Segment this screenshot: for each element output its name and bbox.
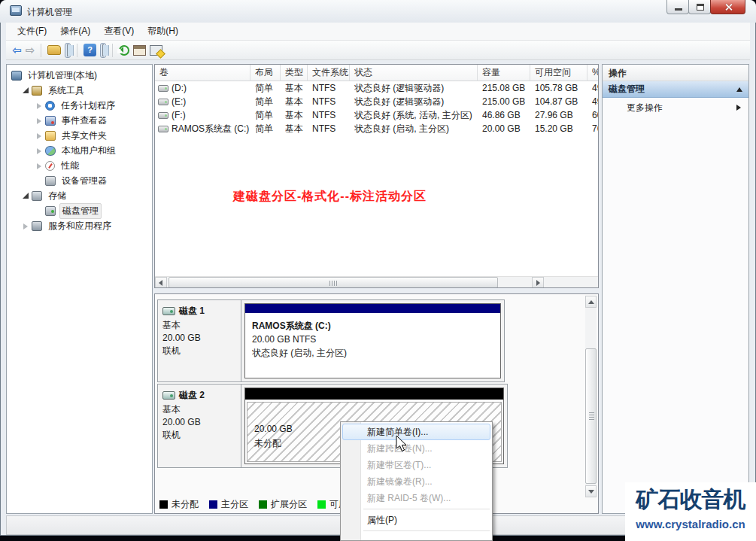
tree-item-disk-management[interactable]: 磁盘管理 [7,203,152,218]
disk-1-label[interactable]: 磁盘 1 基本 20.00 GB 联机 [158,300,241,381]
volume-capacity: 215.00 GB [478,96,530,107]
more-actions-item[interactable]: 更多操作 [603,98,748,117]
tree-item-system-tools[interactable]: 系统工具 [7,83,152,98]
window-controls [667,0,745,14]
tree-item-shared-folders[interactable]: 共享文件夹 [7,128,152,143]
tree-item-performance[interactable]: 性能 [7,158,152,173]
volume-fs: NTFS [308,83,350,93]
scroll-left-button[interactable] [155,277,167,288]
table-row[interactable]: (F:) 简单 基本 NTFS 状态良好 (系统, 活动, 主分区) 46.86… [155,108,598,122]
collapsed-arrow-icon[interactable] [35,162,44,170]
context-menu: 新建简单卷(I)... 新建跨区卷(N)... 新建带区卷(T)... 新建镜像… [340,421,493,541]
menu-item-properties[interactable]: 属性(P) [342,512,490,528]
forward-icon[interactable]: ⇨ [26,44,35,56]
collapsed-arrow-icon[interactable] [35,147,44,155]
tree-item-storage[interactable]: 存储 [7,188,152,203]
expanded-arrow-icon[interactable] [22,192,30,200]
show-console-tree-button[interactable] [65,43,71,58]
volume-free: 105.78 GB [530,83,587,93]
toolbar-separator [112,44,113,57]
disk-1-row[interactable]: 磁盘 1 基本 20.00 GB 联机 RAMOS系统盘 (C:) 20.00 … [157,299,505,382]
tree-item-computer-management[interactable]: 计算机管理(本地) [7,68,152,83]
menu-file[interactable]: 文件(F) [11,23,53,40]
help-icon[interactable]: ? [83,44,96,56]
partition-detail: 20.00 GB NTFS [252,333,500,346]
table-row[interactable]: (D:) 简单 基本 NTFS 状态良好 (逻辑驱动器) 215.08 GB 1… [155,81,598,95]
title-bar[interactable]: 计算机管理 [0,0,756,23]
scroll-up-button[interactable] [585,296,597,308]
table-row[interactable]: RAMOS系统盘 (C:) 简单 基本 NTFS 状态良好 (启动, 主分区) … [155,122,598,135]
more-actions-label: 更多操作 [627,102,663,114]
watermark: 矿石收音机 www.crystalradio.cn [625,482,756,541]
volume-free: 104.87 GB [530,96,587,107]
scroll-down-button[interactable] [585,485,597,497]
actions-section-disk-management[interactable]: 磁盘管理 [603,81,748,98]
expanded-arrow-icon[interactable] [22,87,30,95]
export-list-icon[interactable] [150,45,162,56]
tree-item-task-scheduler[interactable]: 任务计划程序 [7,98,152,113]
close-button[interactable] [710,0,745,14]
close-icon [724,3,733,11]
menu-help[interactable]: 帮助(H) [141,23,185,40]
tree-item-services-applications[interactable]: 服务和应用程序 [7,218,152,233]
volume-capacity: 215.08 GB [478,83,530,93]
minimize-button[interactable] [666,0,689,14]
partition-state: 状态良好 (启动, 主分区) [252,346,500,360]
volume-free: 15.20 GB [530,123,587,134]
watermark-url: www.crystalradio.cn [625,517,756,532]
col-layout[interactable]: 布局 [250,65,281,81]
collapse-icon[interactable] [736,87,742,92]
volume-icon [158,85,169,92]
services-icon [32,221,42,231]
vertical-scrollbar[interactable] [585,296,597,497]
collapsed-arrow-icon[interactable] [35,102,44,110]
maximize-icon [697,4,704,11]
col-status[interactable]: 状态 [350,65,478,81]
back-icon[interactable]: ⇦ [12,44,22,56]
volume-capacity: 46.86 GB [478,110,530,120]
volume-list-pane: 卷 布局 类型 文件系统 状态 容量 可用空间 % (D:) 简单 基本 NTF… [154,64,599,288]
actions-panel: 操作 磁盘管理 更多操作 [602,64,749,514]
event-viewer-icon [45,116,56,126]
menu-item-new-spanned-volume: 新建跨区卷(N)... [342,440,490,457]
collapsed-arrow-icon[interactable] [35,132,44,140]
col-free-space[interactable]: 可用空间 [530,65,587,81]
col-volume[interactable]: 卷 [155,65,250,81]
col-capacity[interactable]: 容量 [478,65,530,81]
show-action-pane-button[interactable] [100,43,106,58]
collapsed-arrow-icon[interactable] [22,222,30,230]
scroll-right-button[interactable] [532,277,544,288]
collapsed-arrow-icon[interactable] [35,117,44,125]
col-percent[interactable]: % [587,65,599,81]
tree-item-local-users-groups[interactable]: 本地用户和组 [7,143,152,158]
scrollbar-thumb[interactable] [585,348,597,484]
menu-view[interactable]: 查看(V) [97,23,141,40]
tree-item-event-viewer[interactable]: 事件查看器 [7,113,152,128]
disk-2-label[interactable]: 磁盘 2 基本 20.00 GB 联机 [158,384,241,467]
volume-free: 27.96 GB [530,110,587,120]
menu-item-new-simple-volume[interactable]: 新建简单卷(I)... [342,424,490,440]
maximize-button[interactable] [688,0,711,14]
volume-pct: 60 [587,110,598,120]
volume-type: 基本 [281,123,308,135]
col-type[interactable]: 类型 [281,65,308,81]
menu-action[interactable]: 操作(A) [53,23,97,40]
export-icon[interactable] [47,45,61,55]
minimize-icon [675,8,682,11]
storage-icon [32,191,42,201]
refresh-icon[interactable] [119,45,129,56]
properties-icon[interactable] [133,45,146,56]
mouse-cursor [396,436,409,454]
performance-icon [45,161,55,171]
action-pane-icon [102,44,104,56]
tree-item-device-manager[interactable]: 设备管理器 [7,173,152,188]
volume-name: (F:) [172,110,186,120]
volume-table-header: 卷 布局 类型 文件系统 状态 容量 可用空间 % [155,65,598,81]
table-row[interactable]: (E:) 简单 基本 NTFS 状态良好 (逻辑驱动器) 215.00 GB 1… [155,95,598,108]
menu-separator [363,530,490,531]
scrollbar-thumb[interactable] [169,277,498,288]
disk-1-partition[interactable]: RAMOS系统盘 (C:) 20.00 GB NTFS 状态良好 (启动, 主分… [244,303,501,378]
window-title: 计算机管理 [27,6,72,19]
col-filesystem[interactable]: 文件系统 [308,65,350,81]
horizontal-scrollbar[interactable] [155,276,598,287]
